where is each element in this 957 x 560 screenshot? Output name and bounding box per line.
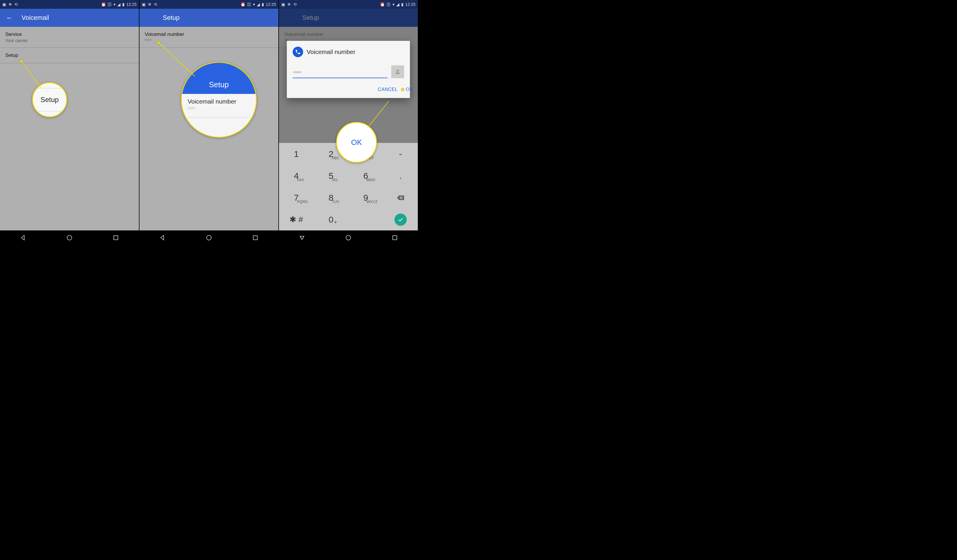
svg-rect-3 <box>253 236 257 240</box>
app-bar: Setup <box>139 9 278 27</box>
nav-back-icon[interactable] <box>20 235 26 241</box>
signal-icon: ◢ <box>117 2 120 7</box>
magnifier-label: OK <box>351 138 362 147</box>
content-area: Service Your carrier Setup <box>0 27 139 230</box>
nav-back-icon[interactable] <box>159 235 166 241</box>
list-item-title: Voicemail number <box>145 32 273 37</box>
nav-back-icon[interactable] <box>299 235 305 241</box>
callout-dot <box>401 88 404 91</box>
key-empty <box>348 208 383 230</box>
app-bar: ← Voicemail <box>0 9 139 27</box>
leaf-icon: ❄ <box>148 2 152 7</box>
svg-rect-1 <box>114 236 118 240</box>
magnifier-label: Setup <box>41 96 59 104</box>
battery-icon: ▮ <box>262 2 264 7</box>
dialog-title: Voicemail number <box>306 49 355 55</box>
app-bar-title: Voicemail <box>22 14 49 22</box>
key-0[interactable]: 0+ <box>314 208 348 230</box>
leaf-icon: ❄ <box>8 2 12 7</box>
magnifier-ok: OK <box>336 122 377 163</box>
svg-point-2 <box>207 235 211 240</box>
app-bar-title: Setup <box>163 14 180 22</box>
nav-bar <box>139 230 278 245</box>
key-4[interactable]: 4GHI <box>279 165 314 187</box>
photo-icon: ▣ <box>2 2 6 7</box>
key-done[interactable] <box>383 208 418 230</box>
sync-icon: ⟲ <box>154 2 157 7</box>
key-8[interactable]: 8TUV <box>314 187 348 208</box>
alarm-icon: ⏰ <box>380 2 385 7</box>
key-7[interactable]: 7PQRS <box>279 187 314 208</box>
nav-bar <box>279 230 418 245</box>
sync-icon: ⟲ <box>293 2 297 7</box>
nav-home-icon[interactable] <box>206 235 212 241</box>
wifi-icon: ▾ <box>392 2 395 7</box>
magnifier-subtitle: **** <box>188 107 250 112</box>
clock-text: 12:25 <box>266 2 276 7</box>
alarm-icon: ⏰ <box>101 2 106 7</box>
photo-icon: ▣ <box>142 2 145 7</box>
nav-bar <box>0 230 139 245</box>
photo-icon: ▣ <box>281 2 285 7</box>
cancel-button[interactable]: CANCEL <box>378 87 398 92</box>
key-1[interactable]: 1 <box>279 143 314 165</box>
list-item-subtitle: **** <box>145 38 273 43</box>
nav-recents-icon[interactable] <box>392 235 398 241</box>
magnifier-voicemail-number: Setup Voicemail number **** <box>181 62 257 138</box>
voicemail-number-dialog: Voicemail number CANCEL OK <box>287 41 410 98</box>
svg-point-5 <box>346 235 351 240</box>
key-5[interactable]: 5JKL <box>314 165 348 187</box>
vpn-key-icon: ⚿ <box>108 2 112 7</box>
key-9[interactable]: 9WXYZ <box>348 187 383 208</box>
status-bar: ▣ ❄ ⟲ ⏰ ⚿ ▾ ◢ ▮ 12:25 <box>279 0 418 9</box>
status-bar: ▣ ❄ ⟲ ⏰ ⚿ ▾ ◢ ▮ 12:25 <box>0 0 139 9</box>
nav-recents-icon[interactable] <box>113 235 119 241</box>
app-bar-title: Setup <box>302 14 319 22</box>
svg-point-4 <box>396 70 398 72</box>
alarm-icon: ⏰ <box>240 2 245 7</box>
clock-text: 12:25 <box>126 2 137 7</box>
key-backspace[interactable] <box>383 187 418 208</box>
svg-point-0 <box>67 235 72 240</box>
wifi-icon: ▾ <box>253 2 255 7</box>
vpn-key-icon: ⚿ <box>387 2 391 7</box>
nav-home-icon[interactable] <box>66 235 73 241</box>
voicemail-number-input[interactable] <box>293 69 388 78</box>
key-dot[interactable]: . <box>383 165 418 187</box>
key-star-hash[interactable]: ✱ # <box>279 208 314 230</box>
phone-icon <box>293 47 303 57</box>
callout-dot <box>20 60 23 63</box>
battery-icon: ▮ <box>122 2 125 7</box>
list-item-voicemail-number[interactable]: Voicemail number **** <box>139 27 278 48</box>
nav-recents-icon[interactable] <box>252 235 259 241</box>
contact-picker-button[interactable] <box>391 65 404 78</box>
ok-button[interactable]: OK <box>406 87 413 92</box>
wifi-icon: ▾ <box>114 2 115 7</box>
battery-icon: ▮ <box>401 2 404 7</box>
panel-voicemail: ▣ ❄ ⟲ ⏰ ⚿ ▾ ◢ ▮ 12:25 ← Voicemail Servic… <box>0 0 139 245</box>
app-bar: Setup <box>279 9 418 27</box>
sync-icon: ⟲ <box>14 2 18 7</box>
status-bar: ▣ ❄ ⟲ ⏰ ⚿ ▾ ◢ ▮ 12:25 <box>139 0 278 9</box>
signal-icon: ◢ <box>257 2 260 7</box>
done-icon <box>395 213 407 226</box>
clock-text: 12:25 <box>405 2 415 7</box>
key-dash[interactable]: - <box>383 143 418 165</box>
list-item-title: Setup <box>5 52 134 58</box>
vpn-key-icon: ⚿ <box>247 2 251 7</box>
back-arrow-icon[interactable]: ← <box>6 14 13 22</box>
list-item-title: Service <box>5 32 134 37</box>
leaf-icon: ❄ <box>287 2 291 7</box>
panel-dialog: ▣ ❄ ⟲ ⏰ ⚿ ▾ ◢ ▮ 12:25 Setup Voicemail nu… <box>279 0 418 245</box>
signal-icon: ◢ <box>396 2 400 7</box>
magnifier-setup: Setup <box>32 82 67 117</box>
key-6[interactable]: 6MNO <box>348 165 383 187</box>
nav-home-icon[interactable] <box>345 235 352 241</box>
svg-rect-6 <box>393 236 397 240</box>
list-item-service[interactable]: Service Your carrier <box>0 27 139 48</box>
magnifier-title: Voicemail number <box>188 98 250 105</box>
list-item-subtitle: Your carrier <box>5 38 134 43</box>
callout-dot <box>157 41 160 44</box>
